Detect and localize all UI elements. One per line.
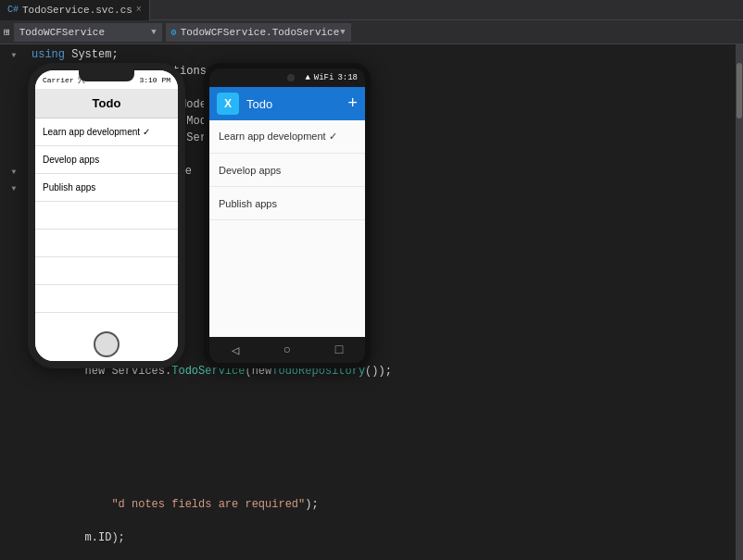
android-back-button[interactable]: ◁ xyxy=(232,342,239,358)
iphone-list-item: Learn app development ✓ xyxy=(35,118,178,146)
project-dropdown-arrow: ▼ xyxy=(151,28,156,37)
android-list: Learn app development ✓ Develop apps Pub… xyxy=(209,120,365,337)
code-line xyxy=(28,446,736,463)
android-item-3: Publish apps xyxy=(219,198,277,209)
class-icon: ⚙ xyxy=(171,27,177,38)
iphone-list-item xyxy=(35,202,178,230)
android-camera xyxy=(287,74,295,81)
iphone-list-item: Publish apps xyxy=(35,174,178,202)
scrollbar-thumb[interactable] xyxy=(737,63,742,118)
code-line: m.ID); xyxy=(28,529,736,546)
class-dropdown-arrow: ▼ xyxy=(340,28,345,37)
iphone-home-button[interactable] xyxy=(94,331,120,357)
android-item-1: Learn app development ✓ xyxy=(219,131,337,143)
gutter-line xyxy=(0,130,28,146)
code-line: "d notes fields are required"); xyxy=(28,496,736,513)
vertical-scrollbar[interactable] xyxy=(736,44,743,560)
tab-label: TodoService.svc.cs xyxy=(22,5,132,16)
title-bar: C# TodoService.svc.cs × xyxy=(0,0,743,20)
iphone-title-bar: Todo xyxy=(35,89,178,118)
android-item-2: Develop apps xyxy=(219,165,281,176)
iphone-time: 3:10 PM xyxy=(139,76,170,84)
project-dropdown-label: TodoWCFService xyxy=(19,27,105,38)
close-tab-button[interactable]: × xyxy=(136,5,142,15)
iphone-list-item xyxy=(35,230,178,257)
gutter-line xyxy=(0,63,28,80)
iphone-list-item xyxy=(35,285,178,313)
android-add-button[interactable]: + xyxy=(347,94,358,113)
code-line xyxy=(28,396,736,413)
android-list-item: Develop apps xyxy=(209,154,365,187)
code-line xyxy=(28,380,736,396)
android-wifi-icon: WiFi xyxy=(314,73,334,82)
gutter-line xyxy=(0,96,28,113)
android-title-bar: X Todo + xyxy=(209,87,365,120)
android-app-icon: X xyxy=(217,93,239,115)
android-app-icon-label: X xyxy=(224,97,232,110)
gutter-line xyxy=(0,80,28,96)
iphone-mockup: Carrier 穴 3:10 PM Todo Learn app develop… xyxy=(28,63,185,368)
android-list-item: Publish apps xyxy=(209,187,365,220)
nav-bar: ⊞ TodoWCFService ▼ ⚙ TodoWCFService.Todo… xyxy=(0,20,743,44)
android-signal-icon: ▲ xyxy=(305,73,309,82)
code-line xyxy=(28,413,736,429)
android-home-button[interactable]: ○ xyxy=(283,342,291,357)
code-line xyxy=(28,479,736,496)
android-app-title: Todo xyxy=(246,97,340,111)
iphone-item-3: Publish apps xyxy=(43,182,95,193)
gutter-line xyxy=(0,146,28,163)
android-recent-button[interactable]: □ xyxy=(335,342,343,357)
iphone-notch xyxy=(79,70,134,81)
gutter-line: ▼ xyxy=(0,163,28,180)
code-line: using System; xyxy=(28,46,736,63)
code-line xyxy=(28,463,736,479)
gutter-line xyxy=(0,113,28,130)
gutter-line: ▼ xyxy=(0,46,28,63)
project-dropdown[interactable]: TodoWCFService ▼ xyxy=(14,23,162,42)
code-line xyxy=(28,429,736,446)
gutter-line: ▼ xyxy=(0,180,28,196)
iphone-list-item xyxy=(35,257,178,285)
code-line xyxy=(28,546,736,560)
active-tab[interactable]: C# TodoService.svc.cs × xyxy=(0,0,150,20)
class-dropdown-label: TodoWCFService.TodoService xyxy=(181,27,340,38)
android-list-item: Learn app development ✓ xyxy=(209,120,365,154)
iphone-item-1: Learn app development ✓ xyxy=(43,127,150,137)
class-dropdown[interactable]: ⚙ TodoWCFService.TodoService ▼ xyxy=(166,23,351,42)
line-gutter: ▼ ▼ ▼ xyxy=(0,44,28,560)
iphone-list-item: Develop apps xyxy=(35,146,178,174)
iphone-item-2: Develop apps xyxy=(43,155,99,165)
android-mockup: ▲ WiFi 3:18 X Todo + Learn app developme… xyxy=(204,63,371,368)
android-top-bar: ▲ WiFi 3:18 xyxy=(209,68,365,87)
iphone-list: Learn app development ✓ Develop apps Pub… xyxy=(35,118,178,361)
nav-icon: ⊞ xyxy=(4,26,10,38)
tab-file-icon: C# xyxy=(7,5,19,15)
phone-mockups: Carrier 穴 3:10 PM Todo Learn app develop… xyxy=(28,63,371,368)
iphone-app-title: Todo xyxy=(93,96,121,110)
android-nav-bar: ◁ ○ □ xyxy=(209,337,365,363)
code-line xyxy=(28,513,736,529)
code-editor: ▼ ▼ ▼ using System; using System.Collect… xyxy=(0,44,743,560)
android-time: 3:18 xyxy=(337,73,358,82)
